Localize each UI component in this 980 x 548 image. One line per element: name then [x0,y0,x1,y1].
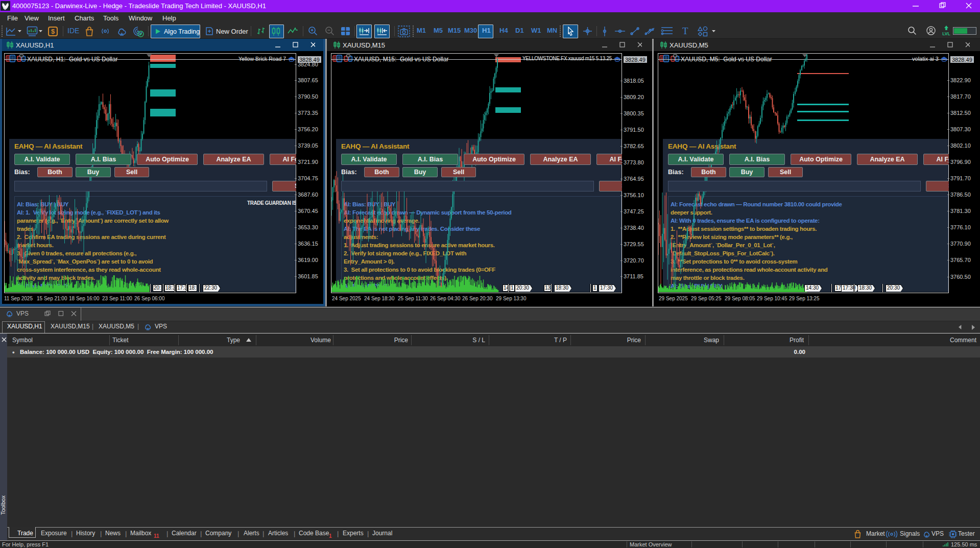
svg-text:LVL: LVL [942,31,950,36]
svg-text:$: $ [51,28,55,35]
